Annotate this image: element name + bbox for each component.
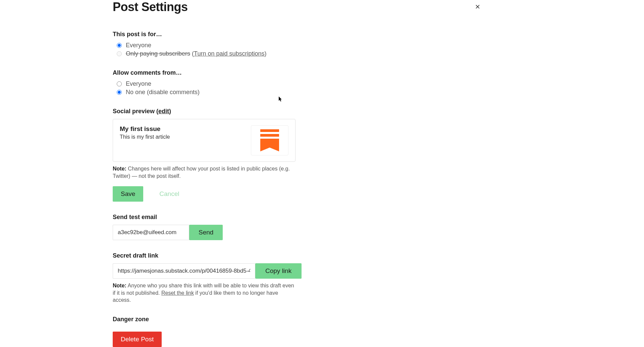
audience-everyone-radio[interactable] [117, 43, 122, 48]
draft-link-section: Secret draft link Copy link Note: Anyone… [113, 252, 384, 304]
page-title: Post Settings [113, 0, 384, 14]
close-button[interactable] [474, 3, 482, 11]
copy-link-button[interactable]: Copy link [255, 263, 302, 279]
draft-link-input[interactable] [113, 263, 255, 279]
social-preview-note: Note: Changes here will affect how your … [113, 165, 296, 180]
preview-thumbnail [251, 125, 288, 155]
audience-everyone-label[interactable]: Everyone [126, 42, 151, 49]
social-preview-heading: Social preview (edit) [113, 108, 384, 115]
social-preview-card: My first issue This is my first article [113, 119, 296, 162]
delete-post-button[interactable]: Delete Post [113, 332, 162, 347]
note-body: Changes here will affect how your post i… [113, 166, 290, 179]
test-email-input[interactable] [113, 225, 189, 240]
mouse-cursor-icon [279, 96, 283, 102]
social-preview-edit-link[interactable]: edit [158, 108, 169, 115]
close-icon [474, 3, 481, 10]
audience-section: This post is for… Everyone Only paying s… [113, 31, 384, 57]
comments-everyone-label[interactable]: Everyone [126, 80, 151, 87]
danger-zone-section: Danger zone Delete Post [113, 316, 384, 347]
preview-description: This is my first article [120, 134, 246, 140]
reset-link[interactable]: Reset the link [161, 290, 194, 296]
draft-link-heading: Secret draft link [113, 252, 384, 259]
audience-paying-text: Only paying subscribers [126, 50, 190, 57]
test-email-section: Send test email Send [113, 214, 384, 240]
audience-paying-radio [117, 51, 122, 56]
social-preview-heading-prefix: Social preview ( [113, 108, 158, 115]
audience-heading: This post is for… [113, 31, 384, 38]
comments-everyone-radio[interactable] [117, 81, 122, 86]
preview-title: My first issue [120, 125, 246, 133]
comments-noone-label[interactable]: No one (disable comments) [126, 89, 200, 96]
save-button[interactable]: Save [113, 186, 143, 202]
turn-on-paid-link[interactable]: Turn on paid subscriptions [194, 50, 264, 57]
comments-section: Allow comments from… Everyone No one (di… [113, 69, 384, 96]
draft-link-note: Note: Anyone who you share this link wit… [113, 282, 296, 304]
comments-heading: Allow comments from… [113, 69, 384, 76]
send-button[interactable]: Send [189, 225, 223, 240]
substack-logo-icon [260, 129, 279, 151]
note-label: Note: [113, 166, 126, 171]
social-preview-heading-suffix: ) [169, 108, 171, 115]
danger-zone-heading: Danger zone [113, 316, 384, 323]
social-preview-section: Social preview (edit) My first issue Thi… [113, 108, 384, 202]
cancel-button[interactable]: Cancel [151, 186, 187, 202]
test-email-heading: Send test email [113, 214, 384, 221]
audience-paying-label: Only paying subscribers (Turn on paid su… [126, 50, 267, 57]
draft-note-label: Note: [113, 283, 126, 288]
comments-noone-radio[interactable] [117, 90, 122, 95]
